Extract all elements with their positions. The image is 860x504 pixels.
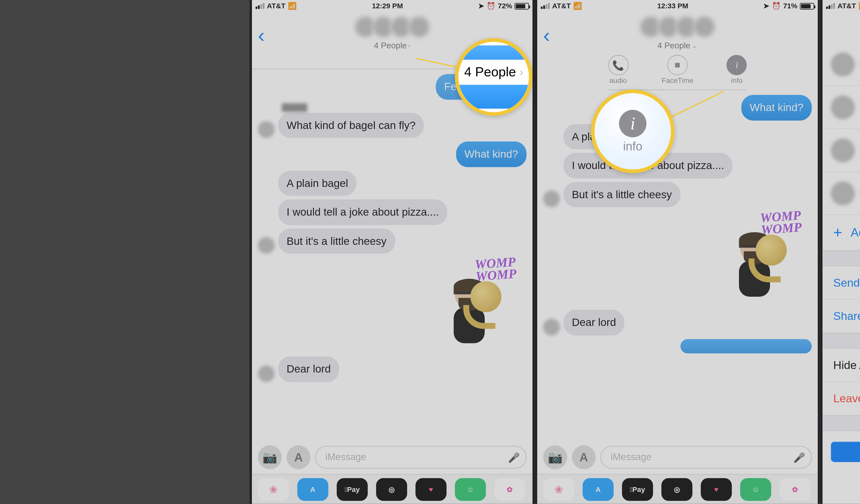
send-location-row[interactable]: Send My Current Location [822, 266, 860, 300]
audio-action[interactable]: 📞audio [608, 55, 628, 85]
chevron-down-icon: ⌄ [691, 41, 698, 49]
panel-1-messages: AT&T 📶 12:29 PM ➤ ⏰ 72% ‹ 4 People › Fee… [249, 0, 535, 504]
zoom-label: 4 People [464, 64, 516, 80]
signal-icon [255, 3, 264, 9]
location-icon: ➤ [763, 2, 769, 10]
message-list: What kind? A plain bagel I would tell a … [537, 90, 818, 353]
msg: I would tell a joke about pizza.... [278, 200, 447, 225]
contacts-list: 📹 💬 📞 › 📹 💬 📞 › 📹 💬 📞 › 📹 💬 📞 › [822, 43, 860, 215]
msg: A plain bagel [278, 171, 356, 196]
send-location-label: Send My Current Location [833, 276, 860, 289]
battery-icon [515, 3, 529, 9]
app-strip[interactable]: 🌸 A Pay ◎ ♥ ☺ ✿ [252, 474, 532, 504]
back-button[interactable]: ‹ [258, 24, 265, 47]
mic-icon[interactable]: 🎤 [793, 451, 805, 463]
people-count: 4 People [374, 41, 407, 50]
message-input[interactable]: iMessage 🎤 [315, 446, 526, 469]
battery-icon [800, 3, 814, 9]
leave-label: Leave this Conversation [833, 392, 860, 405]
add-contact-row[interactable]: + Add Contact [822, 215, 860, 250]
back-button[interactable]: ‹ [543, 24, 550, 47]
signal-icon [826, 3, 835, 9]
contact-row[interactable]: 📹 💬 📞 › [822, 86, 860, 129]
alarm-icon: ⏰ [772, 2, 781, 10]
carrier: AT&T [552, 2, 571, 10]
placeholder: iMessage [611, 452, 651, 463]
msg: But it's a little cheesy [278, 228, 395, 254]
hide-alerts-label: Hide Alerts [833, 358, 860, 372]
signal-icon [541, 3, 550, 9]
alarm-icon: ⏰ [486, 2, 495, 10]
info-action[interactable]: iinfo [727, 55, 747, 85]
plus-icon: + [833, 223, 842, 242]
leave-conversation-row[interactable]: Leave this Conversation [822, 382, 860, 416]
mic-icon[interactable]: 🎤 [508, 451, 520, 463]
nav-header: ‹ 4 People ⌄ 📞audio ■FaceTime iinfo [537, 12, 818, 90]
facetime-label: FaceTime [662, 76, 693, 85]
people-count: 4 People [657, 41, 690, 50]
contact-row[interactable]: 📹 💬 📞 › [822, 43, 860, 86]
msg: But it's a little cheesy [563, 182, 680, 207]
clock: 12:29 PM [372, 2, 403, 10]
msg: Dear lord [278, 356, 339, 382]
placeholder: iMessage [325, 452, 366, 463]
hide-alerts-row: Hide Alerts [822, 349, 860, 382]
panel-2-messages-expanded: AT&T 📶 12:33 PM ➤ ⏰ 71% ‹ 4 People ⌄ 📞au… [535, 0, 820, 504]
compose-bar: 📷 A iMessage 🎤 [252, 443, 532, 472]
msg: What kind? [456, 142, 526, 167]
camera-button[interactable]: 📷 [258, 445, 282, 469]
chevron-right-icon: › [408, 41, 410, 49]
details-header: Details Done [822, 12, 860, 43]
add-contact-label: Add Contact [851, 226, 860, 240]
message-list: Feel free to say █████ What kind of bage… [252, 69, 532, 382]
msg: Dear lord [563, 310, 624, 335]
contact-row[interactable]: 📹 💬 📞 › [822, 172, 860, 215]
zoom-label: info [623, 139, 642, 153]
msg: What kind? [741, 95, 812, 120]
panel-3-details: AT&T 📶 12:28 PM ➤ ⏰ 73% Details Done 📹 💬… [820, 0, 860, 504]
group-avatars[interactable] [354, 16, 430, 38]
audio-label: audio [609, 76, 627, 85]
appstore-button[interactable]: A [572, 445, 596, 469]
status-bar: AT&T 📶 12:28 PM ➤ ⏰ 73% [822, 0, 860, 12]
apple-pay: Pay [347, 485, 360, 493]
carrier: AT&T [267, 2, 285, 10]
header-actions: 📞audio ■FaceTime iinfo [608, 55, 747, 90]
zoom-people: 4 People› [455, 38, 532, 116]
zoom-info: i info [591, 89, 674, 173]
wifi-icon: 📶 [858, 2, 860, 10]
segmented-control[interactable]: Images Attachments [831, 442, 860, 462]
appstore-button[interactable]: A [286, 445, 310, 469]
header-subtitle[interactable]: 4 People ⌄ [657, 41, 697, 50]
clock: 12:33 PM [657, 2, 688, 10]
carrier: AT&T [837, 2, 856, 10]
message-input[interactable]: iMessage 🎤 [600, 446, 812, 469]
battery-pct: 72% [498, 2, 512, 10]
contact-row[interactable]: 📹 💬 📞 › [822, 129, 860, 172]
header-subtitle[interactable]: 4 People › [374, 41, 410, 50]
group-avatars[interactable] [639, 16, 715, 38]
sticker-text: WOMP WOMP [474, 256, 516, 282]
compose-bar: 📷 A iMessage 🎤 [537, 443, 818, 472]
status-bar: AT&T 📶 12:29 PM ➤ ⏰ 72% [252, 0, 532, 12]
info-label: info [731, 76, 743, 85]
battery-pct: 71% [783, 2, 797, 10]
status-bar: AT&T 📶 12:33 PM ➤ ⏰ 71% [537, 0, 818, 12]
womp-sticker: WOMP WOMP [716, 211, 812, 306]
seg-images[interactable]: Images [831, 442, 860, 461]
share-location-label: Share My Location [833, 309, 860, 323]
sticker-text: WOMP WOMP [759, 209, 802, 236]
location-icon: ➤ [478, 2, 484, 10]
facetime-action[interactable]: ■FaceTime [662, 55, 693, 85]
wifi-icon: 📶 [573, 2, 582, 10]
share-location-row[interactable]: Share My Location [822, 300, 860, 333]
womp-sticker: WOMP WOMP [431, 257, 526, 352]
app-strip[interactable]: 🌸 A Pay ◎ ♥ ☺ ✿ [537, 474, 818, 504]
wifi-icon: 📶 [288, 2, 297, 10]
camera-button[interactable]: 📷 [543, 445, 567, 469]
msg: What kind of bagel can fly? [278, 113, 424, 138]
apple-pay: Pay [632, 485, 645, 493]
info-icon: i [619, 110, 646, 137]
